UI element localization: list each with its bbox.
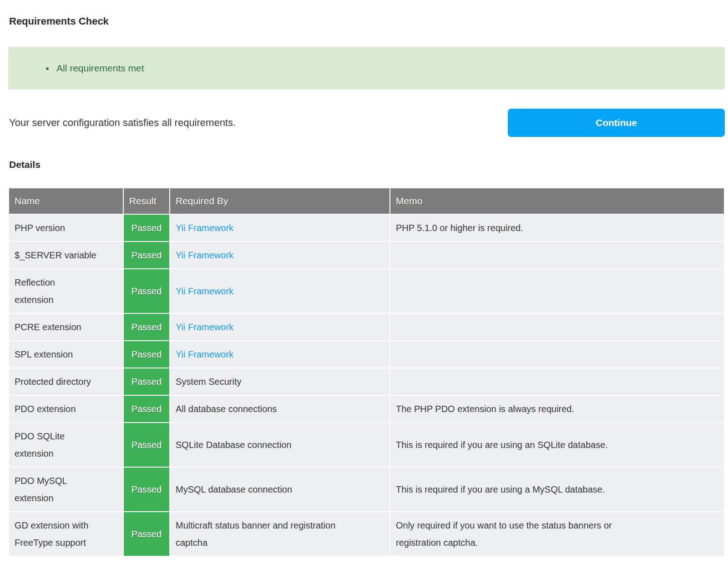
table-row: Reflection extensionPassedYii Framework [9, 269, 724, 313]
table-row: SPL extensionPassedYii Framework [9, 341, 724, 368]
result-badge: Passed [123, 313, 170, 341]
required-by-link[interactable]: Yii Framework [176, 349, 233, 359]
result-badge: Passed [123, 269, 170, 313]
requirement-name-cell: PHP version [9, 214, 123, 242]
result-badge: Passed [123, 512, 170, 556]
table-row: PHP versionPassedYii FrameworkPHP 5.1.0 … [9, 214, 724, 242]
memo-cell [390, 368, 724, 395]
table-row: PCRE extensionPassedYii Framework [9, 313, 724, 341]
column-header-required-by: Required By [170, 188, 390, 214]
details-table-body: PHP versionPassedYii FrameworkPHP 5.1.0 … [9, 214, 724, 556]
table-row: $_SERVER variablePassedYii Framework [9, 242, 724, 269]
section-heading-details: Details [9, 159, 725, 170]
table-row: PDO MySQL extensionPassedMySQL database … [9, 467, 724, 512]
result-badge: Passed [123, 423, 170, 467]
column-header-name: Name [9, 188, 123, 214]
table-row: PDO SQLite extensionPassedSQLite Databas… [9, 423, 724, 467]
table-row: PDO extensionPassedAll database connecti… [9, 395, 724, 423]
memo-cell: This is required if you are using an SQL… [390, 423, 724, 467]
table-row: Protected directoryPassedSystem Security [9, 368, 724, 395]
continue-button[interactable]: Continue [508, 109, 725, 137]
details-table-head: Name Result Required By Memo [9, 188, 724, 214]
result-badge: Passed [123, 395, 170, 423]
column-header-memo: Memo [390, 188, 724, 214]
requirements-alert: All requirements met [8, 47, 725, 90]
alert-item: All requirements met [55, 62, 716, 75]
required-by-cell: Multicraft status banner and registratio… [170, 512, 390, 556]
memo-cell: This is required if you are using a MySQ… [390, 467, 724, 512]
requirement-name-cell: SPL extension [9, 341, 123, 368]
requirement-name-cell: PDO extension [9, 395, 123, 423]
result-badge: Passed [123, 341, 170, 368]
required-by-cell: SQLite Database connection [170, 423, 390, 467]
required-by-cell: Yii Framework [170, 242, 390, 269]
required-by-cell: Yii Framework [170, 269, 390, 313]
summary-text: Your server configuration satisfies all … [9, 117, 236, 129]
header-row: Name Result Required By Memo [9, 188, 724, 214]
requirement-name-cell: PDO MySQL extension [9, 467, 123, 512]
requirement-name-cell: $_SERVER variable [9, 242, 123, 269]
memo-cell [390, 341, 724, 368]
memo-cell: Only required if you want to use the sta… [390, 512, 724, 556]
required-by-cell: Yii Framework [170, 313, 390, 341]
requirement-name-cell: GD extension with FreeType support [9, 512, 123, 556]
requirement-name-cell: PDO SQLite extension [9, 423, 123, 467]
required-by-link[interactable]: Yii Framework [176, 223, 233, 233]
memo-cell [390, 313, 724, 341]
table-row: GD extension with FreeType supportPassed… [9, 512, 724, 556]
memo-cell [390, 269, 724, 313]
actions-row: Your server configuration satisfies all … [8, 109, 725, 137]
requirement-name-cell: PCRE extension [9, 313, 123, 341]
required-by-cell: MySQL database connection [170, 467, 390, 512]
required-by-cell: Yii Framework [170, 341, 390, 368]
required-by-cell: All database connections [170, 395, 390, 423]
result-badge: Passed [123, 242, 170, 269]
memo-cell [390, 242, 724, 269]
result-badge: Passed [123, 467, 170, 512]
alert-list: All requirements met [8, 62, 716, 75]
requirement-name-cell: Reflection extension [9, 269, 123, 313]
memo-cell: The PHP PDO extension is always required… [390, 395, 724, 423]
page: Requirements Check All requirements met … [0, 0, 728, 557]
required-by-link[interactable]: Yii Framework [176, 286, 233, 296]
required-by-link[interactable]: Yii Framework [176, 322, 233, 332]
result-badge: Passed [123, 368, 170, 395]
required-by-link[interactable]: Yii Framework [176, 250, 233, 260]
required-by-cell: Yii Framework [170, 214, 390, 242]
memo-cell: PHP 5.1.0 or higher is required. [390, 214, 724, 242]
column-header-result: Result [123, 188, 170, 214]
requirement-name-cell: Protected directory [9, 368, 123, 395]
required-by-cell: System Security [170, 368, 390, 395]
details-table: Name Result Required By Memo PHP version… [8, 187, 725, 557]
result-badge: Passed [123, 214, 170, 242]
page-title: Requirements Check [9, 15, 725, 27]
